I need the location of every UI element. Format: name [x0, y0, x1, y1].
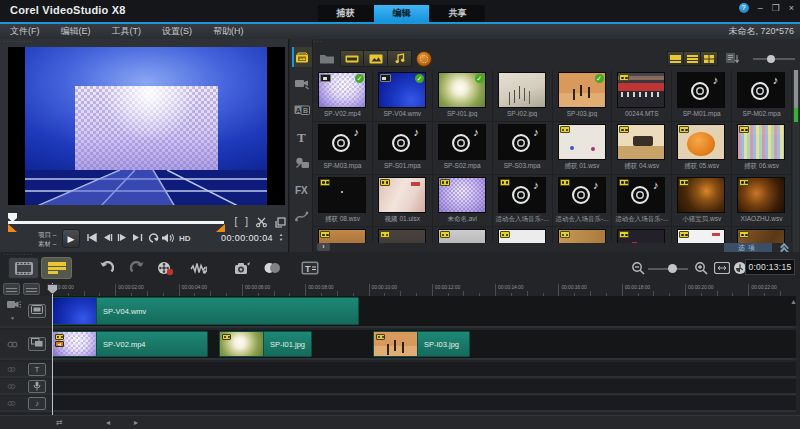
- help-icon[interactable]: ?: [739, 3, 749, 13]
- library-item[interactable]: 运动会入场音乐-...: [553, 175, 613, 227]
- painting-creator-icon[interactable]: [231, 258, 253, 278]
- minimize-button[interactable]: –: [758, 4, 763, 13]
- library-thumbnail[interactable]: [617, 177, 665, 213]
- overlay-track[interactable]: SP-V02.mp4SP-I01.jpgSP-I03.jpg: [52, 330, 796, 360]
- clip-SP-I03.jpg[interactable]: SP-I03.jpg: [373, 331, 470, 357]
- zoom-in-icon[interactable]: [690, 258, 712, 278]
- clip-SP-V04.wmv[interactable]: SP-V04.wmv: [52, 297, 359, 325]
- library-thumbnail[interactable]: ✓: [378, 72, 426, 108]
- library-item[interactable]: 小猪宝贝.wsv: [672, 175, 732, 227]
- library-thumbnail[interactable]: [558, 177, 606, 213]
- library-item[interactable]: 捕获 05.wsv: [672, 122, 732, 174]
- thumbnail-size-slider[interactable]: [753, 58, 795, 60]
- library-thumbnail[interactable]: [378, 177, 426, 213]
- music-track-icon[interactable]: ♪: [28, 397, 46, 410]
- prev-frame-button[interactable]: [102, 233, 113, 245]
- library-item[interactable]: SP-I02.jpg: [493, 70, 553, 122]
- voice-track-link-icon[interactable]: [7, 383, 16, 393]
- rail-media-icon[interactable]: [292, 47, 312, 67]
- next-frame-button[interactable]: [117, 233, 128, 245]
- timeline-view-button[interactable]: [41, 257, 72, 279]
- library-thumbnail[interactable]: [498, 177, 546, 213]
- undo-button[interactable]: [95, 258, 117, 278]
- library-item[interactable]: ✓SP-V04.wmv: [373, 70, 433, 122]
- storyboard-view-button[interactable]: [8, 257, 39, 279]
- rail-graphic-icon[interactable]: [292, 153, 312, 173]
- library-item[interactable]: 未命名.avi: [433, 175, 493, 227]
- overlay-link-icon[interactable]: [7, 340, 18, 352]
- library-item[interactable]: ✓SP-V02.mp4: [313, 70, 373, 122]
- play-button[interactable]: ▶: [62, 229, 80, 248]
- preview-timecode[interactable]: 00:00:00:04: [221, 233, 273, 243]
- library-item[interactable]: 捕获 08.wsv: [313, 175, 373, 227]
- library-item[interactable]: 捕获 06.wsv: [732, 122, 792, 174]
- timeline-zoom-knob[interactable]: [668, 264, 677, 273]
- library-thumbnail[interactable]: [677, 124, 725, 160]
- library-thumbnail[interactable]: [318, 177, 366, 213]
- collapse-icon[interactable]: [781, 244, 790, 252]
- collapse-tracks-icon[interactable]: ▼: [10, 313, 15, 323]
- track-list-button-1[interactable]: [3, 283, 20, 295]
- view-grid-button[interactable]: [701, 51, 718, 66]
- timeline-zoom-slider[interactable]: [648, 268, 688, 270]
- library-item[interactable]: ✓SP-I03.jpg: [553, 70, 613, 122]
- menu-item-2[interactable]: 工具(T): [112, 25, 142, 38]
- slider-knob[interactable]: [767, 55, 775, 63]
- mark-in-icon[interactable]: [: [234, 215, 237, 229]
- rail-motion-path-icon[interactable]: [292, 206, 312, 226]
- library-thumbnail[interactable]: [438, 177, 486, 213]
- title-track-icon[interactable]: T: [28, 363, 46, 376]
- library-thumbnail[interactable]: [498, 124, 546, 160]
- media-360-icon[interactable]: [416, 51, 432, 67]
- library-item[interactable]: 捕获 01.wsv: [553, 122, 613, 174]
- library-item[interactable]: SP-S01.mpa: [373, 122, 433, 174]
- title-track-link-icon[interactable]: [7, 366, 16, 376]
- tab-1[interactable]: 编辑: [374, 5, 429, 22]
- timeline-ruler[interactable]: 00:00:0000:00:02:0000:00:04:0000:00:06:0…: [52, 282, 792, 296]
- filter-video-button[interactable]: [340, 50, 364, 67]
- library-thumbnail[interactable]: [498, 72, 546, 108]
- zoom-out-icon[interactable]: [627, 258, 649, 278]
- library-thumbnail[interactable]: [737, 124, 785, 160]
- scroll-left-icon[interactable]: ◂: [106, 416, 110, 429]
- close-button[interactable]: ×: [789, 4, 794, 13]
- library-thumbnail[interactable]: ✓: [558, 72, 606, 108]
- library-item[interactable]: 视频 01.uisx: [373, 175, 433, 227]
- rail-instant-project-icon[interactable]: [292, 74, 312, 94]
- filter-audio-button[interactable]: [388, 50, 412, 67]
- rail-title-icon[interactable]: T: [292, 127, 312, 147]
- swap-tracks-icon[interactable]: ⇄: [56, 416, 63, 429]
- view-list-button[interactable]: [684, 51, 701, 66]
- library-item[interactable]: 捕获 04.wsv: [612, 122, 672, 174]
- restore-button[interactable]: ❐: [772, 4, 780, 13]
- library-thumbnail[interactable]: [318, 124, 366, 160]
- split-clip-icon[interactable]: [256, 217, 267, 228]
- filter-photo-button[interactable]: [364, 50, 388, 67]
- end-button[interactable]: [132, 233, 143, 245]
- library-thumbnail[interactable]: ✓: [438, 72, 486, 108]
- library-thumbnail[interactable]: [438, 124, 486, 160]
- library-item[interactable]: SP-M02.mpa: [732, 70, 792, 122]
- playhead-line[interactable]: [52, 283, 53, 415]
- volume-button[interactable]: [162, 233, 175, 246]
- title-track[interactable]: [52, 362, 796, 378]
- mix-balls-icon[interactable]: [261, 258, 283, 278]
- enlarge-icon[interactable]: [275, 217, 286, 228]
- tab-2[interactable]: 共享: [430, 5, 485, 22]
- library-item[interactable]: XIAOZHU.wsv: [732, 175, 792, 227]
- view-thumb-button[interactable]: [667, 51, 684, 66]
- menu-item-3[interactable]: 设置(S): [162, 25, 192, 38]
- timeline-timecode[interactable]: 0:00:13:15: [745, 259, 795, 275]
- rail-filter-icon[interactable]: FX: [292, 180, 312, 200]
- options-button[interactable]: 选项: [724, 243, 772, 252]
- library-item[interactable]: 00244.MTS: [612, 70, 672, 122]
- library-item[interactable]: ✓SP-I01.jpg: [433, 70, 493, 122]
- library-item[interactable]: SP-M03.mpa: [313, 122, 373, 174]
- mode-label-1[interactable]: 素材 –: [38, 239, 56, 248]
- menu-item-4[interactable]: 帮助(H): [213, 25, 244, 38]
- clip-SP-V02.mp4[interactable]: SP-V02.mp4: [52, 331, 208, 357]
- library-thumbnail[interactable]: [617, 124, 665, 160]
- music-track[interactable]: [52, 396, 796, 412]
- scroll-right-icon[interactable]: ▸: [134, 416, 138, 429]
- library-thumbnail[interactable]: [677, 72, 725, 108]
